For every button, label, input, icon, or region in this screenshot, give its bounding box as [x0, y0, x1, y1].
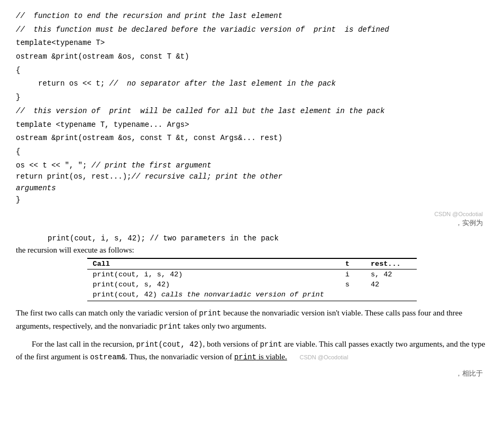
- cell-print-italic: print: [303, 291, 324, 299]
- cell-t-empty: [340, 290, 365, 301]
- col-call: Call: [87, 258, 340, 269]
- code-line: return os << t; // no separator after th…: [16, 78, 488, 90]
- code-line: template<typename T>: [16, 38, 488, 49]
- comment3: // no separator after the last element i…: [109, 79, 335, 88]
- col-rest: rest...: [365, 258, 417, 269]
- table-row: print(cout, i, s, 42) i s, 42: [87, 269, 416, 280]
- code-line: }: [16, 92, 488, 104]
- code-line: // this version of print will be called …: [16, 106, 488, 117]
- code-line: {: [16, 65, 488, 77]
- para1-code1: print: [199, 309, 221, 318]
- code-line: }: [16, 194, 488, 206]
- comment6-space: [212, 172, 216, 181]
- comment6: // recursive call; print the other: [131, 171, 282, 183]
- cell-t: i: [340, 269, 365, 280]
- call-table: Call t rest... print(cout, i, s, 42) i s…: [87, 258, 416, 301]
- comment6-post: print the other: [216, 172, 282, 181]
- code-os-line: os << t << ", "; // print the first argu…: [16, 160, 488, 172]
- para2-code3: ostream&: [90, 353, 125, 361]
- cell-t: s: [340, 280, 365, 290]
- comment2: // this function must be declared before…: [16, 25, 389, 34]
- para2-code4: print: [234, 353, 256, 361]
- col-t: t: [340, 258, 365, 269]
- para2-text4: . Thus, the nonvariadic version of: [125, 352, 234, 361]
- code-line: {: [16, 146, 488, 158]
- chinese-note2: ，相比于: [16, 369, 488, 378]
- table-row: print(cout, 42) calls the nonvariadic ve…: [87, 290, 416, 301]
- table-row: print(cout, s, 42) s 42: [87, 280, 416, 290]
- para1-code2: print: [159, 322, 181, 331]
- comment5: // print the first argument: [91, 161, 212, 170]
- cell-call: print(cout, s, 42): [87, 280, 340, 290]
- cell-call: print(cout, i, s, 42): [87, 269, 340, 280]
- print-example: print(cout, i, s, 42); // two parameters…: [48, 234, 488, 243]
- watermark2: CSDN @Ocodotial: [289, 354, 349, 360]
- para2-code2: print: [260, 340, 282, 349]
- cell-call-italic: print(cout, 42) calls the nonvariadic ve…: [87, 290, 340, 301]
- watermark1: CSDN @Ocodotial: [16, 211, 488, 217]
- cell-rest: s, 42: [365, 269, 417, 280]
- para1-text3: takes only two arguments.: [181, 322, 267, 330]
- code-text: return print(os, rest...);: [16, 171, 131, 183]
- comment1: // function to end the recursion and pri…: [16, 12, 282, 20]
- cell-rest-empty: [365, 290, 417, 301]
- code-line: ostream &print(ostream &os, const T &t, …: [16, 133, 488, 144]
- code-arguments: arguments: [16, 183, 488, 194]
- code-text: os << t << ", ";: [16, 161, 91, 170]
- code-line: ostream &print(ostream &os, const T &t): [16, 51, 488, 63]
- para2-text1: For the last call in the recursion,: [32, 340, 136, 348]
- paragraph2: For the last call in the recursion, prin…: [16, 338, 488, 364]
- cell-italic-note: calls the nonvariadic version of: [157, 291, 303, 299]
- para1-text1: The first two calls can match only the v…: [16, 309, 199, 317]
- code-line: // function to end the recursion and pri…: [16, 11, 488, 22]
- comment4: // this version of print will be called …: [16, 107, 384, 115]
- code-line: // this function must be declared before…: [16, 24, 488, 36]
- code-line: template <typename T, typename... Args>: [16, 119, 488, 131]
- code-return-line: return print(os, rest...); // recursive …: [16, 171, 488, 183]
- recursion-label: the recursion will execute as follows:: [16, 246, 488, 255]
- para2-text2: , both versions of: [203, 340, 260, 348]
- chinese-note1: ，实例为: [16, 218, 488, 228]
- para2-text5: is viable.: [256, 352, 287, 361]
- paragraph1: The first two calls can match only the v…: [16, 306, 488, 332]
- print-example-text: print(cout, i, s, 42); // two parameters…: [48, 234, 279, 243]
- para2-code1: print(cout, 42): [136, 340, 203, 349]
- cell-rest: 42: [365, 280, 417, 290]
- code-section: // function to end the recursion and pri…: [16, 11, 488, 206]
